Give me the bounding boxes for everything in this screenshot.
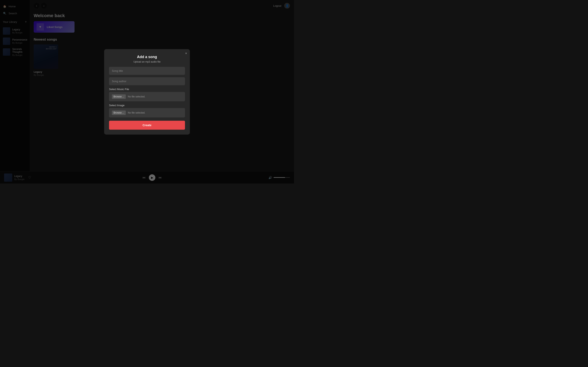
image-no-file-label: No file selected. [128, 111, 145, 114]
music-file-input[interactable]: Browse… No file selected. [109, 92, 185, 101]
song-title-input[interactable] [109, 67, 185, 75]
modal-title: Add a song [109, 55, 185, 59]
image-browse-btn[interactable]: Browse… [112, 110, 126, 115]
image-file-input[interactable]: Browse… No file selected. [109, 108, 185, 117]
add-song-modal: × Add a song Upload an mp3 audio file Se… [104, 49, 190, 134]
music-file-label: Select Music File [109, 88, 185, 91]
song-author-input[interactable] [109, 77, 185, 85]
modal-overlay[interactable]: × Add a song Upload an mp3 audio file Se… [0, 0, 294, 184]
music-browse-btn[interactable]: Browse… [112, 94, 126, 99]
create-button[interactable]: Create [109, 121, 185, 130]
music-no-file-label: No file selected. [128, 95, 145, 98]
modal-close-button[interactable]: × [185, 52, 187, 55]
modal-subtitle: Upload an mp3 audio file [109, 60, 185, 63]
image-label: Select Image [109, 104, 185, 107]
